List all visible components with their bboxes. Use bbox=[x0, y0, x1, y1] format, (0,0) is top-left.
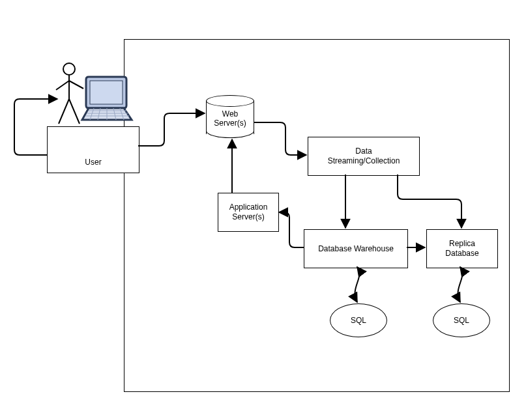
node-sql-left-label: SQL bbox=[351, 316, 366, 325]
node-sql-right: SQL bbox=[433, 303, 490, 337]
node-application-server-label: Application Server(s) bbox=[229, 203, 268, 222]
svg-rect-6 bbox=[90, 81, 123, 104]
node-web-server-label: Web Server(s) bbox=[214, 109, 246, 128]
node-user-label: User bbox=[85, 158, 101, 167]
svg-point-0 bbox=[63, 63, 75, 75]
svg-line-3 bbox=[69, 81, 83, 89]
node-web-server: Web Server(s) bbox=[206, 95, 254, 138]
node-user: User bbox=[47, 126, 139, 173]
node-sql-right-label: SQL bbox=[454, 316, 469, 325]
node-replica-database: Replica Database bbox=[426, 229, 498, 268]
svg-line-2 bbox=[56, 81, 69, 90]
svg-line-5 bbox=[69, 99, 80, 124]
user-laptop-icon bbox=[51, 59, 136, 130]
node-database-warehouse-label: Database Warehouse bbox=[318, 244, 394, 254]
node-data-streaming: Data Streaming/Collection bbox=[308, 137, 420, 176]
node-sql-left: SQL bbox=[330, 303, 387, 337]
node-application-server: Application Server(s) bbox=[218, 193, 279, 232]
node-replica-database-label: Replica Database bbox=[445, 239, 478, 259]
system-boundary-box bbox=[124, 39, 510, 392]
svg-line-4 bbox=[59, 99, 69, 124]
diagram-canvas: User bbox=[0, 0, 526, 420]
node-database-warehouse: Database Warehouse bbox=[304, 229, 408, 268]
node-data-streaming-label: Data Streaming/Collection bbox=[328, 147, 400, 166]
